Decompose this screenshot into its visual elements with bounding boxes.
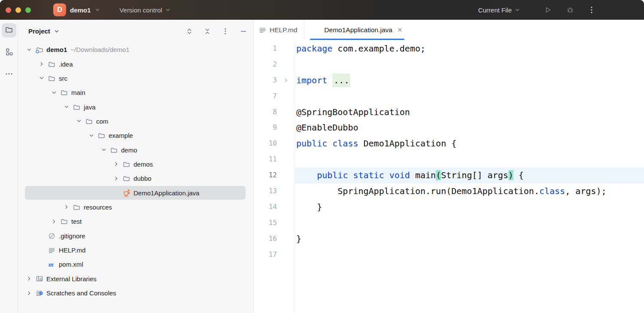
token-pl: Demo1Application { xyxy=(358,138,457,149)
run-icon[interactable] xyxy=(544,6,552,14)
code-text[interactable]: import ... xyxy=(295,73,644,88)
more-tool-windows-button[interactable] xyxy=(4,68,14,79)
tab-demo1application-java[interactable]: Demo1Application.java xyxy=(304,20,410,40)
run-configuration-selector[interactable]: Current File xyxy=(478,6,520,14)
editor-area: HELP.md Demo1Application.java 1package c… xyxy=(254,20,644,313)
line-number: 13 xyxy=(254,183,277,199)
chevron-collapsed-icon[interactable] xyxy=(61,204,72,211)
chevron-expanded-icon[interactable] xyxy=(99,146,109,154)
code-line[interactable]: 12 public static void main(String[] args… xyxy=(254,167,644,183)
chevron-expanded-icon[interactable] xyxy=(36,75,47,82)
code-line[interactable]: 13 SpringApplication.run(Demo1Applicatio… xyxy=(254,183,644,199)
code-text[interactable]: package com.example.demo; xyxy=(295,41,644,57)
chevron-expanded-icon[interactable] xyxy=(61,103,72,111)
chevron-collapsed-icon[interactable] xyxy=(24,275,34,283)
tree-row[interactable]: dubbo xyxy=(18,171,253,185)
code-text[interactable]: @EnableDubbo xyxy=(295,120,644,136)
fold-region-icon[interactable] xyxy=(277,73,295,88)
tree-row[interactable]: example xyxy=(18,128,253,143)
code-line[interactable]: 14 } xyxy=(254,199,644,215)
token-pl xyxy=(296,170,317,180)
code-text[interactable] xyxy=(295,152,644,167)
code-line[interactable]: 7 xyxy=(254,88,644,104)
tree-row[interactable]: java xyxy=(18,100,253,114)
code-line[interactable]: 2 xyxy=(254,57,644,73)
tree-row[interactable]: External Libraries xyxy=(18,272,253,286)
tree-row[interactable]: main xyxy=(18,85,253,100)
tree-row[interactable]: demos xyxy=(18,157,253,171)
code-line[interactable]: 8@SpringBootApplication xyxy=(254,104,644,120)
code-line[interactable]: 17 xyxy=(254,247,644,263)
tree-row[interactable]: HELP.md xyxy=(18,243,253,257)
token-kw: public static void xyxy=(317,170,410,180)
code-line[interactable]: 15 xyxy=(254,215,644,231)
title-bar: D demo1 Version control Current File xyxy=(0,0,644,20)
more-actions-icon[interactable] xyxy=(587,6,596,14)
code-text[interactable]: public static void main(String[] args) { xyxy=(295,167,644,183)
chevron-spacer xyxy=(36,246,47,254)
collapse-all-icon[interactable] xyxy=(204,27,211,35)
close-window-button[interactable] xyxy=(6,7,11,13)
project-widget[interactable]: D demo1 xyxy=(53,3,100,16)
code-text[interactable] xyxy=(295,88,644,104)
chevron-collapsed-icon[interactable] xyxy=(24,289,34,297)
hide-panel-icon[interactable] xyxy=(240,27,247,35)
minimize-window-button[interactable] xyxy=(15,7,21,13)
code-line[interactable]: 16} xyxy=(254,231,644,247)
gutter-spacer xyxy=(277,215,295,231)
close-icon[interactable] xyxy=(397,27,403,33)
tree-row[interactable]: mpom.xml xyxy=(18,257,253,271)
code-text[interactable]: } xyxy=(295,199,644,215)
structure-tool-window-button[interactable] xyxy=(4,48,14,58)
chevron-collapsed-icon[interactable] xyxy=(111,161,122,168)
chevron-expanded-icon[interactable] xyxy=(49,89,59,96)
code-text[interactable] xyxy=(295,247,644,263)
tree-row[interactable]: demo xyxy=(18,143,253,157)
options-kebab-icon[interactable] xyxy=(222,27,229,35)
code-text[interactable]: SpringApplication.run(Demo1Application.c… xyxy=(295,183,644,199)
chevron-expanded-icon[interactable] xyxy=(74,118,84,125)
code-editor[interactable]: 1package com.example.demo;23import ...78… xyxy=(254,40,644,313)
tree-row[interactable]: demo1~/Downloads/demo1 xyxy=(18,43,253,57)
gutter-spacer xyxy=(277,199,295,215)
tab-help-md[interactable]: HELP.md xyxy=(254,20,304,40)
chevron-down-icon[interactable] xyxy=(54,28,60,34)
chevron-down-icon xyxy=(514,7,520,13)
chevron-collapsed-icon[interactable] xyxy=(111,175,122,182)
tree-row[interactable]: Demo1Application.java xyxy=(18,185,253,200)
tree-row[interactable]: com xyxy=(18,114,253,128)
line-number: 14 xyxy=(254,199,277,215)
folder-icon xyxy=(122,160,131,168)
code-line[interactable]: 3import ... xyxy=(254,73,644,88)
tree-row[interactable]: .gitignore xyxy=(18,228,253,243)
zoom-window-button[interactable] xyxy=(25,7,31,13)
tree-item-label: External Libraries xyxy=(46,275,97,283)
markdown-icon xyxy=(48,246,56,254)
folded-region[interactable]: ... xyxy=(332,73,350,87)
code-text[interactable]: } xyxy=(295,231,644,247)
code-text[interactable] xyxy=(295,57,644,73)
debug-icon[interactable] xyxy=(566,6,574,14)
tree-row[interactable]: Scratches and Consoles xyxy=(18,286,253,300)
tree-row[interactable]: resources xyxy=(18,200,253,214)
tree-row[interactable]: src xyxy=(18,71,253,85)
chevron-collapsed-icon[interactable] xyxy=(36,61,47,68)
project-folder-blue-icon xyxy=(35,46,43,54)
panel-title[interactable]: Project xyxy=(28,27,50,35)
chevron-expanded-icon[interactable] xyxy=(24,46,34,53)
code-line[interactable]: 11 xyxy=(254,152,644,167)
chevron-expanded-icon[interactable] xyxy=(86,132,97,139)
code-line[interactable]: 10public class Demo1Application { xyxy=(254,136,644,152)
code-text[interactable]: public class Demo1Application { xyxy=(295,136,644,152)
tree-row[interactable]: test xyxy=(18,214,253,228)
expand-all-icon[interactable] xyxy=(185,27,193,35)
chevron-collapsed-icon[interactable] xyxy=(49,218,59,225)
code-line[interactable]: 1package com.example.demo; xyxy=(254,41,644,57)
project-tool-window-button[interactable] xyxy=(2,23,16,37)
code-text[interactable]: @SpringBootApplication xyxy=(295,104,644,120)
code-text[interactable] xyxy=(295,215,644,231)
vcs-widget[interactable]: Version control xyxy=(119,6,170,14)
markdown-icon xyxy=(258,26,266,34)
code-line[interactable]: 9@EnableDubbo xyxy=(254,120,644,136)
tree-row[interactable]: .idea xyxy=(18,57,253,71)
